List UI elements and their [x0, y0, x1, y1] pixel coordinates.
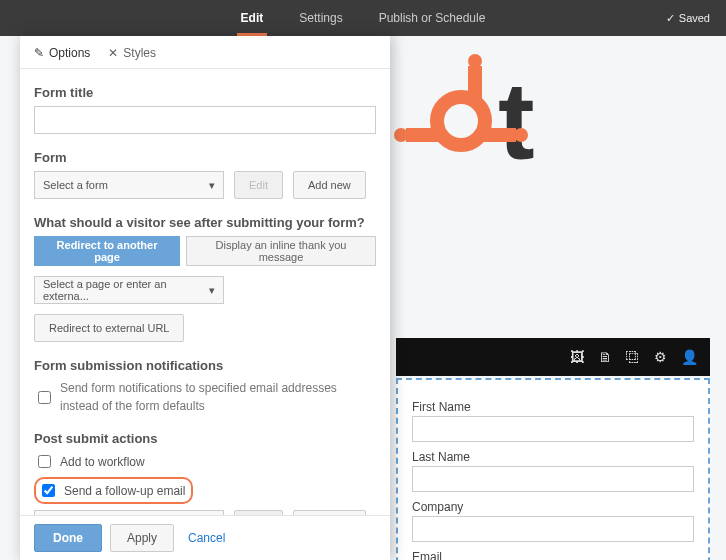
company-input[interactable]: [412, 516, 694, 542]
inline-thankyou-button[interactable]: Display an inline thank you message: [186, 236, 376, 266]
tab-edit[interactable]: Edit: [237, 1, 268, 36]
image-icon[interactable]: 🖼: [570, 349, 584, 365]
panel-tab-styles[interactable]: ✕ Styles: [108, 46, 156, 60]
followup-email-checkbox[interactable]: [42, 484, 55, 497]
panel-tab-options[interactable]: ✎ Options: [34, 46, 90, 60]
panel-tabs: ✎ Options ✕ Styles: [20, 36, 390, 69]
followup-email-label: Send a follow-up email: [64, 484, 185, 498]
notifications-checkbox-label: Send form notifications to specified ema…: [60, 379, 376, 415]
top-bar: Edit Settings Publish or Schedule ✓ Save…: [0, 0, 726, 36]
editor-panel: ✎ Options ✕ Styles Form title Form Selec…: [20, 36, 390, 560]
cancel-link[interactable]: Cancel: [188, 531, 225, 545]
logo-sprocket-icon: [430, 90, 492, 152]
form-label: Form: [34, 150, 376, 165]
after-submit-label: What should a visitor see after submitti…: [34, 215, 376, 230]
saved-indicator: ✓ Saved: [666, 12, 710, 25]
form-preview: First Name Last Name Company Email Get F…: [396, 378, 710, 560]
redirect-page-button[interactable]: Redirect to another page: [34, 236, 180, 266]
form-edit-button[interactable]: Edit: [234, 171, 283, 199]
page-icon[interactable]: 🗎: [598, 349, 612, 365]
last-name-input[interactable]: [412, 466, 694, 492]
redirect-external-button[interactable]: Redirect to external URL: [34, 314, 184, 342]
logo-letter: t: [498, 66, 535, 176]
pencil-icon: ✎: [34, 46, 44, 60]
add-workflow-checkbox[interactable]: [38, 455, 51, 468]
email-edit-button[interactable]: Edit: [234, 510, 283, 515]
top-tabs: Edit Settings Publish or Schedule: [0, 1, 726, 36]
form-select[interactable]: Select a form ▾: [34, 171, 224, 199]
panel-tab-styles-label: Styles: [123, 46, 156, 60]
field-label-company: Company: [412, 500, 694, 514]
field-label-last: Last Name: [412, 450, 694, 464]
apply-button[interactable]: Apply: [110, 524, 174, 552]
user-icon[interactable]: 👤: [681, 349, 698, 365]
copy-icon[interactable]: ⿻: [626, 349, 640, 365]
crossed-tools-icon: ✕: [108, 46, 118, 60]
notifications-label: Form submission notifications: [34, 358, 376, 373]
check-icon: ✓: [666, 12, 675, 25]
email-add-new-button[interactable]: Add new: [293, 510, 366, 515]
email-select[interactable]: Select an email ▾: [34, 510, 224, 515]
panel-footer: Done Apply Cancel: [20, 515, 390, 560]
field-label-email: Email: [412, 550, 694, 560]
add-workflow-label: Add to workflow: [60, 455, 145, 469]
notifications-checkbox[interactable]: [38, 391, 51, 404]
form-title-label: Form title: [34, 85, 376, 100]
followup-email-highlight: Send a follow-up email: [34, 477, 193, 504]
post-submit-label: Post submit actions: [34, 431, 376, 446]
saved-label: Saved: [679, 12, 710, 24]
module-toolbar: 🖼 🗎 ⿻ ⚙ 👤: [396, 338, 710, 376]
tab-publish[interactable]: Publish or Schedule: [375, 1, 490, 36]
hubspot-logo: t: [430, 66, 535, 176]
chevron-down-icon: ▾: [209, 284, 215, 297]
field-label-first: First Name: [412, 400, 694, 414]
gear-icon[interactable]: ⚙: [654, 349, 667, 365]
tab-settings[interactable]: Settings: [295, 1, 346, 36]
form-title-input[interactable]: [34, 106, 376, 134]
panel-body: Form title Form Select a form ▾ Edit Add…: [20, 69, 390, 515]
chevron-down-icon: ▾: [209, 179, 215, 192]
form-add-new-button[interactable]: Add new: [293, 171, 366, 199]
redirect-page-value: Select a page or enter an externa...: [43, 278, 209, 302]
form-select-value: Select a form: [43, 179, 108, 191]
redirect-page-select[interactable]: Select a page or enter an externa... ▾: [34, 276, 224, 304]
done-button[interactable]: Done: [34, 524, 102, 552]
first-name-input[interactable]: [412, 416, 694, 442]
panel-tab-options-label: Options: [49, 46, 90, 60]
